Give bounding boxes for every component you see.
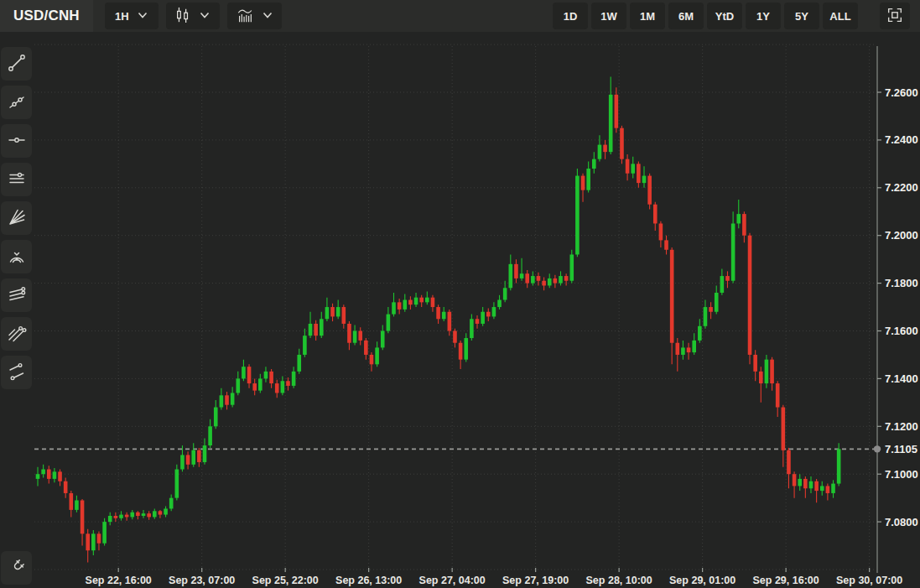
chart-style-dropdown[interactable] — [166, 3, 220, 29]
range-button-all[interactable]: ALL — [823, 3, 858, 29]
time-axis-label: Sep 26, 13:00 — [335, 575, 402, 586]
tool-magnet-button[interactable] — [1, 551, 32, 585]
range-button-1m[interactable]: 1M — [630, 3, 665, 29]
time-axis-label: Sep 25, 22:00 — [252, 575, 319, 586]
price-axis-label: 7.1400 — [885, 372, 918, 385]
price-axis-label: 7.0800 — [885, 516, 918, 528]
angle-lines-icon — [7, 323, 27, 346]
time-axis-label: Sep 28, 10:00 — [586, 575, 652, 586]
top-toolbar: USD/CNH 1H — [0, 0, 920, 32]
fullscreen-button[interactable] — [880, 3, 910, 29]
time-axis-label: Sep 23, 07:00 — [169, 575, 235, 586]
arc-tool-icon — [7, 246, 27, 268]
cross-lines-icon — [7, 362, 27, 384]
price-axis-label: 7.2600 — [885, 86, 918, 99]
price-axis-label: 7.1000 — [885, 468, 918, 481]
fullscreen-icon — [886, 6, 904, 27]
current-price-label: 7.1105 — [885, 443, 917, 455]
tool-parallel-lines-button[interactable] — [1, 163, 32, 196]
parallel-lines-icon — [7, 169, 27, 191]
price-axis-label: 7.1800 — [885, 277, 918, 289]
range-button-6m[interactable]: 6M — [668, 3, 704, 29]
tool-fan-lines-button[interactable] — [1, 201, 32, 235]
tool-ray-line-button[interactable] — [1, 86, 32, 119]
time-axis-label: Sep 22, 16:00 — [86, 575, 152, 586]
price-axis-label: 7.2000 — [885, 229, 918, 242]
price-axis-label: 7.1600 — [885, 325, 918, 337]
range-button-5y[interactable]: 5Y — [784, 3, 819, 29]
trend-line-icon — [7, 53, 27, 75]
chevron-down-icon — [262, 9, 273, 23]
range-button-group: 1D1W1M6MYtD1Y5YALL — [553, 3, 858, 29]
channel-lines-icon — [7, 284, 27, 307]
tool-horizontal-line-button[interactable] — [1, 124, 32, 158]
tool-trend-line-button[interactable] — [1, 47, 32, 81]
tool-cross-lines-button[interactable] — [1, 356, 32, 389]
chevron-down-icon — [199, 9, 211, 23]
horizontal-line-icon — [7, 130, 27, 153]
bar-wave-icon — [236, 6, 254, 27]
time-axis-label: Sep 27, 04:00 — [419, 575, 486, 586]
range-button-1y[interactable]: 1Y — [746, 3, 781, 29]
time-axis-label: Sep 30, 07:00 — [836, 575, 902, 586]
tool-channel-lines-button[interactable] — [1, 278, 32, 312]
range-button-1w[interactable]: 1W — [591, 3, 626, 29]
ray-line-icon — [7, 91, 27, 114]
symbol-title: USD/CNH — [0, 0, 93, 32]
price-axis-label: 7.2200 — [885, 181, 918, 194]
price-axis-label: 7.2400 — [885, 133, 918, 146]
tool-angle-lines-button[interactable] — [1, 317, 32, 351]
candlestick-icon — [174, 6, 191, 27]
time-axis-label: Sep 27, 19:00 — [502, 575, 569, 586]
chart-canvas[interactable]: 7.26007.24007.22007.20007.18007.16007.14… — [0, 0, 920, 588]
chevron-down-icon — [137, 9, 148, 23]
interval-value: 1H — [115, 10, 129, 23]
time-axis-label: Sep 29, 16:00 — [753, 575, 819, 586]
drawing-toolbar — [1, 47, 32, 389]
range-button-1d[interactable]: 1D — [553, 3, 588, 29]
fan-lines-icon — [7, 207, 27, 230]
range-button-ytd[interactable]: YtD — [707, 3, 742, 29]
magnet-icon — [7, 557, 27, 580]
trading-app: USD/CNH 1H — [0, 0, 920, 588]
indicator-dropdown[interactable] — [227, 3, 282, 29]
price-axis-label: 7.1200 — [885, 420, 918, 433]
magnet-tool-wrap — [1, 551, 32, 585]
tool-arc-tool-button[interactable] — [1, 240, 32, 273]
time-axis-label: Sep 29, 01:00 — [669, 575, 735, 586]
interval-dropdown[interactable]: 1H — [105, 3, 159, 29]
